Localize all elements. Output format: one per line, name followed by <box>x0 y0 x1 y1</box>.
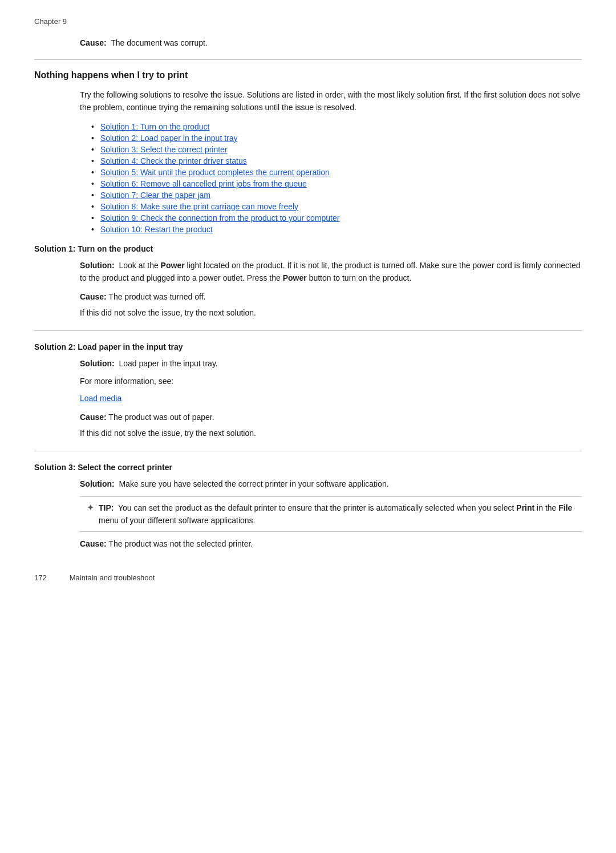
solutions-list: Solution 1: Turn on the product Solution… <box>91 122 582 234</box>
list-item: Solution 3: Select the correct printer <box>91 145 582 154</box>
solution-2-section: Solution 2: Load paper in the input tray… <box>34 342 582 439</box>
list-item: Solution 2: Load paper in the input tray <box>91 134 582 143</box>
list-item: Solution 4: Check the printer driver sta… <box>91 156 582 165</box>
solution-2-cause: Cause: The product was out of paper. <box>80 411 582 423</box>
top-cause-label: Cause: <box>80 38 107 47</box>
list-item: Solution 10: Restart the product <box>91 225 582 234</box>
solution-3-section: Solution 3: Select the correct printer S… <box>34 463 582 551</box>
solution-2-if-not-solved: If this did not solve the issue, try the… <box>80 427 582 439</box>
list-item: Solution 8: Make sure the print carriage… <box>91 202 582 211</box>
solution-1-section: Solution 1: Turn on the product Solution… <box>34 244 582 320</box>
list-item: Solution 9: Check the connection from th… <box>91 213 582 223</box>
solution-3-cause: Cause: The product was not the selected … <box>80 537 582 550</box>
footer: 172 Maintain and troubleshoot <box>34 573 582 582</box>
section-divider-2 <box>34 451 582 451</box>
solution-1-cause: Cause: The product was turned off. <box>80 290 582 303</box>
solution-8-link[interactable]: Solution 8: Make sure the print carriage… <box>100 202 298 211</box>
solution-3-link[interactable]: Solution 3: Select the correct printer <box>100 145 228 154</box>
solution-6-link[interactable]: Solution 6: Remove all cancelled print j… <box>100 179 307 188</box>
chapter-label: Chapter 9 <box>34 17 582 26</box>
solution-2-label: Solution: <box>80 359 115 368</box>
tip-icon: ✦ <box>87 502 94 513</box>
top-divider <box>34 59 582 60</box>
tip-text: TIP: You can set the product as the defa… <box>99 502 575 527</box>
list-item: Solution 5: Wait until the product compl… <box>91 168 582 177</box>
tip-box: ✦ TIP: You can set the product as the de… <box>80 496 582 532</box>
load-media-link[interactable]: Load media <box>80 394 121 403</box>
solution-2-more-info: For more information, see: <box>80 375 582 387</box>
list-item: Solution 1: Turn on the product <box>91 122 582 131</box>
solution-1-body: Solution: Look at the Power light locate… <box>80 259 582 285</box>
solution-4-link[interactable]: Solution 4: Check the printer driver sta… <box>100 156 247 165</box>
section-label: Maintain and troubleshoot <box>70 573 155 582</box>
section-divider-1 <box>34 330 582 331</box>
solution-5-link[interactable]: Solution 5: Wait until the product compl… <box>100 168 330 177</box>
solution-3-heading: Solution 3: Select the correct printer <box>34 463 582 472</box>
list-item: Solution 7: Clear the paper jam <box>91 191 582 200</box>
solution-9-link[interactable]: Solution 9: Check the connection from th… <box>100 213 339 223</box>
solution-10-link[interactable]: Solution 10: Restart the product <box>100 225 213 234</box>
top-cause-block: Cause: The document was corrupt. <box>80 37 582 49</box>
list-item: Solution 6: Remove all cancelled print j… <box>91 179 582 188</box>
solution-7-link[interactable]: Solution 7: Clear the paper jam <box>100 191 210 200</box>
solution-1-heading: Solution 1: Turn on the product <box>34 244 582 253</box>
main-heading: Nothing happens when I try to print <box>34 70 582 80</box>
top-cause-value: The document was corrupt. <box>111 38 208 47</box>
solution-1-label: Solution: <box>80 261 115 270</box>
solution-2-heading: Solution 2: Load paper in the input tray <box>34 342 582 351</box>
top-cause-text: Cause: The document was corrupt. <box>80 37 582 49</box>
intro-text: Try the following solutions to resolve t… <box>80 88 582 114</box>
solution-3-label: Solution: <box>80 479 115 488</box>
solution-2-link[interactable]: Solution 2: Load paper in the input tray <box>100 134 238 143</box>
page-number: 172 <box>34 573 47 582</box>
solution-1-if-not-solved: If this did not solve the issue, try the… <box>80 306 582 319</box>
solution-3-body: Solution: Make sure you have selected th… <box>80 478 582 490</box>
solution-1-link[interactable]: Solution 1: Turn on the product <box>100 122 209 131</box>
solution-2-body: Solution: Load paper in the input tray. … <box>80 357 582 405</box>
